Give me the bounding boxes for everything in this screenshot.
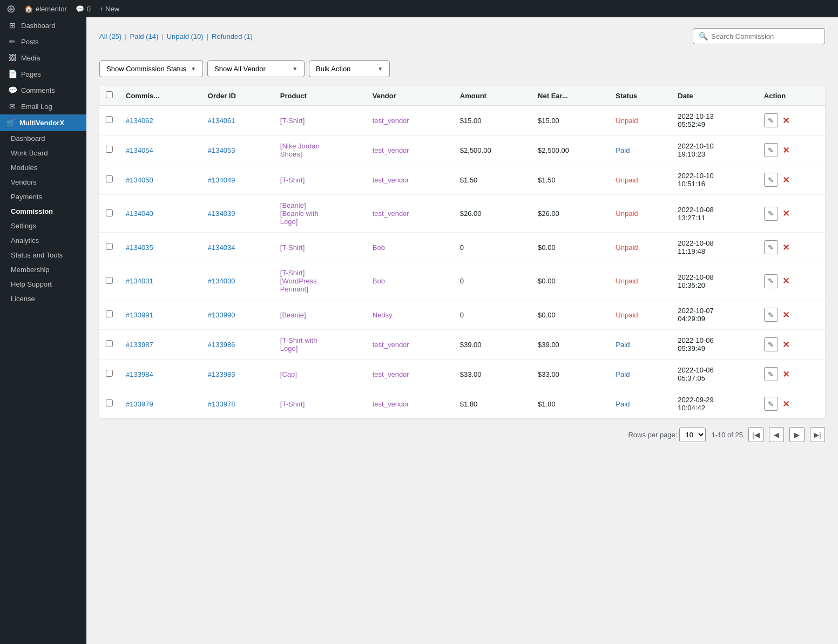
delete-button[interactable]: ✕	[782, 399, 789, 409]
edit-button[interactable]: ✎	[764, 337, 778, 351]
commission-link[interactable]: #134040	[126, 209, 153, 218]
edit-button[interactable]: ✎	[764, 240, 778, 254]
row-checkbox[interactable]	[106, 116, 113, 123]
order-link[interactable]: #133983	[208, 370, 235, 378]
vendor-link[interactable]: Bob	[373, 277, 385, 285]
order-link[interactable]: #134049	[208, 176, 235, 184]
select-all-checkbox[interactable]	[106, 91, 113, 98]
edit-button[interactable]: ✎	[764, 143, 778, 157]
sidebar-item-membership[interactable]: Membership	[0, 262, 86, 277]
edit-button[interactable]: ✎	[764, 274, 778, 288]
row-checkbox[interactable]	[106, 310, 113, 317]
admin-bar-comments[interactable]: 💬 0	[76, 5, 91, 13]
product-link[interactable]: [Beanie]	[280, 311, 306, 319]
vendor-link[interactable]: Nedsy	[373, 311, 393, 319]
sidebar-item-dashboard[interactable]: ⊞ Dashboard	[0, 17, 86, 33]
admin-bar-site[interactable]: 🏠 elementor	[24, 5, 67, 13]
delete-button[interactable]: ✕	[782, 208, 789, 219]
row-checkbox[interactable]	[106, 399, 113, 406]
first-page-button[interactable]: |◀	[748, 427, 763, 442]
delete-button[interactable]: ✕	[782, 310, 789, 320]
vendor-link[interactable]: Bob	[373, 243, 385, 252]
edit-button[interactable]: ✎	[764, 113, 778, 127]
order-link[interactable]: #134039	[208, 209, 235, 218]
sidebar-item-email-log[interactable]: ✉ Email Log	[0, 98, 86, 114]
commission-link[interactable]: #133979	[126, 400, 153, 408]
product-link[interactable]: [Beanie] [Beanie with Logo]	[280, 201, 319, 226]
sidebar-item-commission[interactable]: Commission	[0, 204, 86, 219]
sidebar-mvx-header[interactable]: 🛒 MultiVendorX	[0, 114, 86, 131]
vendor-link[interactable]: test_vendor	[373, 146, 409, 154]
sidebar-item-payments[interactable]: Payments	[0, 189, 86, 204]
commission-link[interactable]: #134054	[126, 146, 153, 154]
sidebar-item-help-support[interactable]: Help Support	[0, 277, 86, 292]
next-page-button[interactable]: ▶	[789, 427, 805, 442]
bulk-action-filter[interactable]: Bulk Action ▼	[309, 60, 390, 77]
edit-button[interactable]: ✎	[764, 367, 778, 381]
search-input[interactable]	[711, 32, 819, 40]
row-checkbox[interactable]	[106, 243, 113, 250]
product-link[interactable]: [T-Shirt]	[280, 243, 305, 252]
rows-per-page-select[interactable]: 10 25 50	[679, 428, 706, 442]
delete-button[interactable]: ✕	[782, 369, 789, 379]
delete-button[interactable]: ✕	[782, 242, 789, 253]
prev-page-button[interactable]: ◀	[769, 427, 784, 442]
tab-paid[interactable]: Paid (14)	[130, 32, 159, 40]
product-link[interactable]: [T-Shirt]	[280, 176, 305, 184]
sidebar-item-modules[interactable]: Modules	[0, 160, 86, 175]
vendor-link[interactable]: test_vendor	[373, 176, 409, 184]
sidebar-item-license[interactable]: License	[0, 292, 86, 306]
row-checkbox[interactable]	[106, 146, 113, 153]
product-link[interactable]: [T-Shirt with Logo]	[280, 336, 317, 352]
vendor-filter[interactable]: Show All Vendor ▼	[207, 60, 305, 77]
sidebar-item-pages[interactable]: 📄 Pages	[0, 66, 86, 82]
commission-link[interactable]: #134035	[126, 243, 153, 252]
sidebar-item-status-tools[interactable]: Status and Tools	[0, 248, 86, 262]
edit-button[interactable]: ✎	[764, 397, 778, 411]
commission-status-filter[interactable]: Show Commission Status ▼	[99, 60, 203, 77]
vendor-link[interactable]: test_vendor	[373, 117, 409, 125]
last-page-button[interactable]: ▶|	[810, 427, 825, 442]
tab-refunded[interactable]: Refunded (1)	[212, 32, 253, 40]
vendor-link[interactable]: test_vendor	[373, 370, 409, 378]
row-checkbox[interactable]	[106, 370, 113, 377]
commission-link[interactable]: #133987	[126, 341, 153, 349]
sidebar-item-work-board[interactable]: Work Board	[0, 146, 86, 160]
order-link[interactable]: #134053	[208, 146, 235, 154]
delete-button[interactable]: ✕	[782, 340, 789, 350]
delete-button[interactable]: ✕	[782, 175, 789, 185]
row-checkbox[interactable]	[106, 340, 113, 347]
delete-button[interactable]: ✕	[782, 145, 789, 155]
vendor-link[interactable]: test_vendor	[373, 400, 409, 408]
delete-button[interactable]: ✕	[782, 116, 789, 126]
tab-unpaid[interactable]: Unpaid (10)	[167, 32, 204, 40]
commission-link[interactable]: #134062	[126, 117, 153, 125]
order-link[interactable]: #134030	[208, 277, 235, 285]
row-checkbox[interactable]	[106, 175, 113, 182]
order-link[interactable]: #133986	[208, 341, 235, 349]
vendor-link[interactable]: test_vendor	[373, 209, 409, 218]
vendor-link[interactable]: test_vendor	[373, 341, 409, 349]
commission-link[interactable]: #134050	[126, 176, 153, 184]
order-link[interactable]: #134034	[208, 243, 235, 252]
commission-link[interactable]: #134031	[126, 277, 153, 285]
product-link[interactable]: [Cap]	[280, 370, 297, 378]
edit-button[interactable]: ✎	[764, 308, 778, 322]
sidebar-item-analytics[interactable]: Analytics	[0, 233, 86, 248]
commission-link[interactable]: #133991	[126, 311, 153, 319]
delete-button[interactable]: ✕	[782, 276, 789, 286]
row-checkbox[interactable]	[106, 209, 113, 216]
order-link[interactable]: #133990	[208, 311, 235, 319]
admin-bar-new[interactable]: + New	[99, 5, 119, 13]
sidebar-item-posts[interactable]: ✏ Posts	[0, 33, 86, 50]
product-link[interactable]: [T-Shirt] [WordPress Pennant]	[280, 269, 317, 293]
order-link[interactable]: #133978	[208, 400, 235, 408]
product-link[interactable]: [Nike Jordan Shoes]	[280, 142, 320, 158]
edit-button[interactable]: ✎	[764, 207, 778, 221]
wp-logo-icon[interactable]: ⊕	[6, 2, 16, 15]
tab-all[interactable]: All (25)	[99, 32, 121, 40]
order-link[interactable]: #134061	[208, 117, 235, 125]
sidebar-item-vendors[interactable]: Vendors	[0, 175, 86, 189]
row-checkbox[interactable]	[106, 277, 113, 284]
sidebar-item-mvx-dashboard[interactable]: Dashboard	[0, 131, 86, 146]
